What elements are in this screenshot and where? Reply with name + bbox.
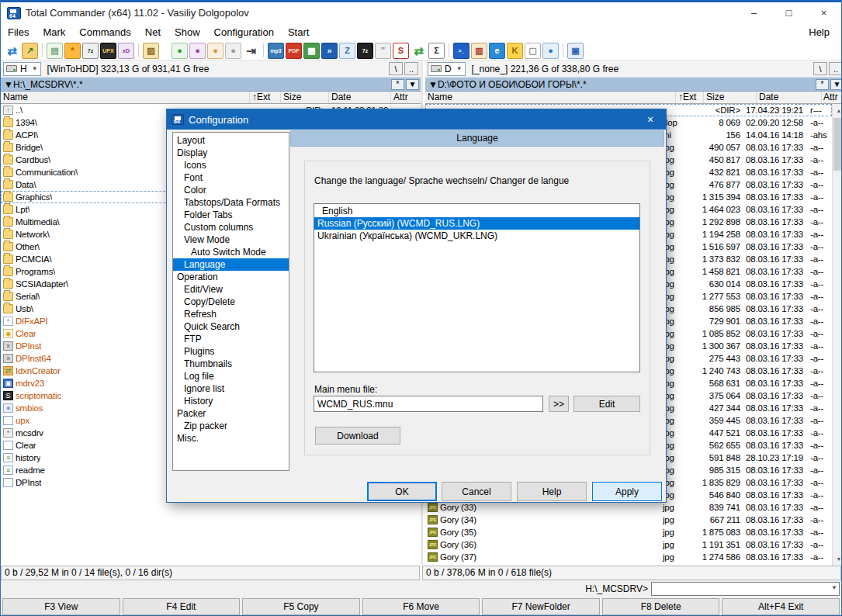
language-option-russian[interactable]: Russian (Русский) (WCMD_RUS.LNG)	[314, 217, 639, 230]
menu-item-files[interactable]: Files	[1, 24, 36, 40]
key-icon[interactable]: K	[507, 43, 523, 59]
tree-item-copy-delete[interactable]: Copy/Delete	[173, 296, 289, 308]
media-tool-icon[interactable]: ▦	[303, 43, 320, 59]
browse-menu-button[interactable]: >>	[549, 396, 569, 412]
fkey-f5-copy[interactable]: F5 Copy	[242, 598, 360, 615]
right-drive-combo[interactable]: D ▼	[428, 62, 466, 76]
left-filter-button[interactable]: *	[391, 79, 404, 90]
mp3-icon[interactable]: mp3	[268, 43, 284, 59]
tree-item-color[interactable]: Color	[173, 184, 289, 196]
column-header-ext[interactable]: ↑Ext	[250, 92, 281, 103]
globe-icon[interactable]: ●	[542, 43, 559, 59]
tree-item-language[interactable]: Language	[173, 258, 289, 271]
7z-sfx-icon[interactable]: 7z	[82, 43, 99, 59]
menu-item-commands[interactable]: Commands	[72, 24, 137, 40]
tree-item-custom-columns[interactable]: Custom columns	[173, 221, 289, 234]
menu-item-configuration[interactable]: Configuration	[207, 24, 281, 40]
menu-item-net[interactable]: Net	[138, 24, 168, 40]
left-root-button[interactable]: \	[389, 62, 403, 75]
language-option-ukrainian[interactable]: Ukrainian (Українська) (WCMD_UKR.LNG)	[314, 230, 639, 242]
left-up-button[interactable]: ..	[404, 62, 418, 75]
right-path-bar[interactable]: ▼D:\ФОТО И ОБОИ\ОБОИ ГОРЫ\*.* * ▼	[425, 78, 842, 92]
remote-pc-icon[interactable]: ▣	[567, 43, 584, 59]
menu-item-mark[interactable]: Mark	[36, 24, 72, 40]
audio-disc-icon[interactable]: ●	[207, 43, 223, 59]
column-header-date[interactable]: Date	[329, 92, 391, 103]
eject-icon[interactable]: ⇥	[243, 43, 259, 59]
chevron-down-icon[interactable]: ▼	[831, 584, 837, 591]
tree-item-log-file[interactable]: Log file	[173, 370, 289, 382]
edit-menu-button[interactable]: Edit	[573, 396, 640, 412]
maximize-button[interactable]: □	[771, 2, 806, 23]
language-option-english[interactable]: English	[314, 205, 639, 217]
menu-item-start[interactable]: Start	[281, 24, 316, 40]
tree-item-misc[interactable]: Misc.	[173, 432, 289, 445]
fkey-f6-move[interactable]: F6 Move	[362, 598, 480, 615]
fkey-alt-f4-exit[interactable]: Alt+F4 Exit	[722, 598, 840, 615]
menu-item-show[interactable]: Show	[168, 24, 207, 40]
file-row-gory-36[interactable]: JPGGory (36)jpg1 191 35108.03.16 17:33-a…	[425, 538, 832, 551]
tree-item-auto-switch-mode[interactable]: Auto Switch Mode	[173, 246, 289, 258]
sync-dirs-icon[interactable]: ⇄	[411, 43, 427, 59]
tree-item-refresh[interactable]: Refresh	[173, 308, 289, 320]
install-folder-icon[interactable]: ▨	[143, 43, 159, 59]
right-scrollbar[interactable]: ▲ ▼	[832, 104, 842, 566]
right-filter-button[interactable]: *	[816, 79, 829, 90]
powershell-icon[interactable]: >_	[453, 43, 470, 59]
main-menu-file-input[interactable]	[314, 396, 543, 412]
scrollbar-thumb[interactable]	[833, 118, 842, 171]
blank-disc-icon[interactable]: ●	[225, 43, 241, 59]
tree-item-display[interactable]: Display	[173, 147, 289, 159]
right-up-button[interactable]: ..	[829, 62, 842, 75]
file-row-gory-37[interactable]: JPGGory (37)jpg1 274 58608.03.16 17:33-a…	[425, 551, 832, 563]
tree-item-quick-search[interactable]: Quick Search	[173, 320, 289, 333]
download-button[interactable]: Download	[315, 427, 400, 445]
right-history-button[interactable]: ▼	[830, 79, 842, 90]
comment-icon[interactable]: ”	[375, 43, 391, 59]
upx-shell-icon[interactable]: UPX	[100, 43, 116, 59]
apply-button[interactable]: Apply	[592, 482, 662, 501]
cd-burn-icon[interactable]: ●	[172, 43, 188, 59]
column-header-date[interactable]: Date	[757, 92, 822, 103]
fkey-f4-edit[interactable]: F4 Edit	[123, 598, 241, 615]
menu-item-help[interactable]: Help	[802, 24, 837, 40]
column-header-name[interactable]: Name	[1, 92, 250, 103]
document-icon[interactable]: ▢	[525, 43, 541, 59]
tree-item-zip-packer[interactable]: Zip packer	[173, 420, 289, 432]
script-s-icon[interactable]: S	[393, 43, 409, 59]
scroll-up-icon[interactable]: ▲	[833, 104, 842, 117]
dialog-close-icon[interactable]: ×	[635, 113, 666, 126]
go-root-folder-icon[interactable]: ↗	[22, 43, 38, 59]
scroll-down-icon[interactable]: ▼	[833, 552, 842, 566]
pdf-icon[interactable]: PDF	[286, 43, 302, 59]
tree-item-packer[interactable]: Packer	[173, 407, 289, 420]
left-drive-combo[interactable]: H ▼	[3, 62, 41, 76]
tree-item-layout[interactable]: Layout	[173, 134, 289, 147]
file-row-gory-33[interactable]: JPGGory (33)jpg839 74108.03.16 17:33-a--	[425, 501, 832, 514]
tree-item-icons[interactable]: Icons	[173, 159, 289, 171]
winrar-icon[interactable]: ▥	[471, 43, 487, 59]
column-header-size[interactable]: Size	[704, 92, 757, 103]
settings-gear-icon[interactable]: *	[64, 43, 81, 59]
zip-folder-icon[interactable]: Z	[339, 43, 355, 59]
column-header-size[interactable]: Size	[281, 92, 329, 103]
fkey-f3-view[interactable]: F3 View	[2, 598, 120, 615]
column-header-name[interactable]: Name	[425, 92, 676, 103]
close-button[interactable]: ×	[806, 2, 841, 23]
notes-icon[interactable]: ▤	[47, 43, 63, 59]
run-forward-icon[interactable]: »	[321, 43, 338, 59]
tree-item-thumbnails[interactable]: Thumbnails	[173, 358, 289, 370]
tree-item-ftp[interactable]: FTP	[173, 333, 289, 345]
tree-item-plugins[interactable]: Plugins	[173, 345, 289, 358]
left-history-button[interactable]: ▼	[406, 79, 419, 90]
cancel-button[interactable]: Cancel	[442, 482, 511, 501]
file-row-gory-34[interactable]: JPGGory (34)jpg667 21108.03.16 17:33-a--	[425, 514, 832, 526]
minimize-button[interactable]: –	[736, 2, 771, 23]
command-line-input[interactable]	[651, 582, 840, 596]
right-root-button[interactable]: \	[813, 62, 827, 75]
tree-item-history[interactable]: History	[173, 395, 289, 407]
hxd-icon[interactable]: xD	[118, 43, 134, 59]
left-path-bar[interactable]: ▼H:\_MCSDRV\*.* * ▼	[1, 78, 421, 92]
file-row-gory-35[interactable]: JPGGory (35)jpg1 875 08308.03.16 17:33-a…	[425, 526, 832, 538]
tree-item-view-mode[interactable]: View Mode	[173, 234, 289, 246]
